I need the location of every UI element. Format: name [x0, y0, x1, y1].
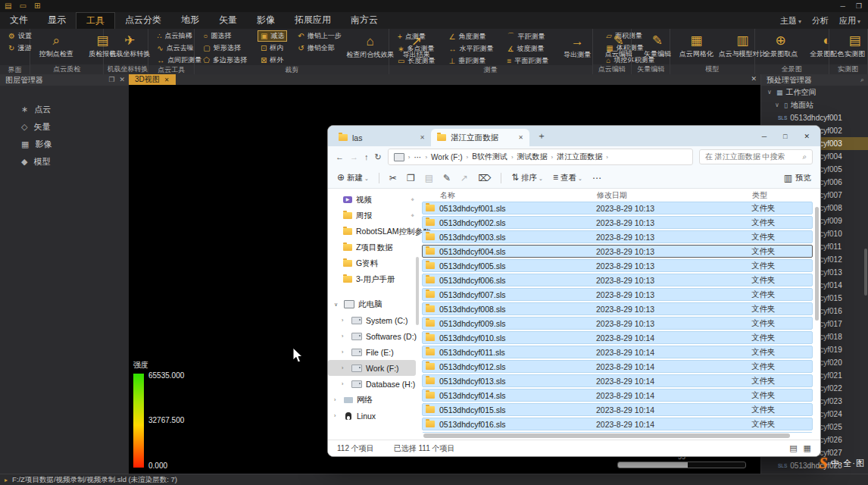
ribbon-button-多边形选择[interactable]: ⬠多边形选择 — [200, 55, 250, 66]
large-icons-view-icon[interactable]: ▦ — [804, 443, 811, 453]
open-folder-icon[interactable]: ▭ — [19, 2, 26, 10]
rename-icon[interactable]: ✎ — [443, 173, 451, 183]
menu-item-文件[interactable]: 文件 — [0, 12, 38, 29]
caret-down-icon[interactable]: ∨ — [334, 302, 340, 308]
close-tab-icon[interactable]: ✕ — [518, 134, 523, 141]
back-button[interactable]: ← — [336, 152, 344, 161]
tab-3d-view[interactable]: 3D视图 ✕ — [129, 74, 176, 85]
table-row[interactable]: 0513dhdcyf009.sls2023-8-29 10:13文件夹 — [422, 317, 813, 330]
nav-item-RobotSLAM控制参数[interactable]: RobotSLAM控制参数 — [328, 224, 419, 239]
ribbon-button-框外[interactable]: ⊠框外 — [258, 55, 287, 66]
close-tab-icon[interactable]: ✕ — [164, 77, 170, 83]
layer-item-点云[interactable]: ∗点云 — [0, 101, 129, 118]
breadcrumb-crumb[interactable]: 湛江立面数据 — [557, 152, 602, 162]
menu-right-分析[interactable]: 分析 — [812, 15, 829, 27]
column-header-类型[interactable]: 类型 — [752, 190, 813, 201]
table-row[interactable]: 0513dhdcyf004.sls2023-8-29 10:13文件夹 — [422, 245, 813, 258]
caret-right-icon[interactable]: › — [334, 413, 340, 418]
ribbon-button-平距测量[interactable]: ⌒平距测量 — [504, 30, 552, 42]
ribbon-button-水平距测量[interactable]: ↔水平距测量 — [446, 43, 497, 55]
search-input[interactable]: 在 湛江立面数据 中搜索 ⌕ — [699, 149, 813, 164]
close-strip-icon[interactable]: ✕ — [751, 75, 757, 83]
delete-icon[interactable]: ⌦ — [478, 173, 491, 183]
horizontal-scrollbar[interactable] — [423, 433, 790, 438]
nav-item-this-pc[interactable]: ∨此电脑 — [328, 296, 419, 312]
nav-item-G资料[interactable]: G资料 — [328, 255, 419, 271]
share-icon[interactable]: ↗ — [461, 173, 468, 183]
nav-item-Softwares (D:)[interactable]: ›Softwares (D:) — [328, 328, 419, 344]
nav-item-Database (H:)[interactable]: ›Database (H:) — [328, 376, 419, 392]
menu-item-矢量[interactable]: 矢量 — [209, 12, 247, 29]
ribbon-button-控制点检查[interactable]: ⌕控制点检查 — [36, 33, 76, 60]
ribbon-button-导出测量[interactable]: →导出测量 — [557, 34, 598, 61]
vertical-scrollbar[interactable] — [815, 207, 819, 321]
ribbon-button-检查闭合线效果[interactable]: ⌂检查闭合线效果 — [350, 34, 391, 61]
float-panel-icon[interactable]: ❐ — [108, 74, 114, 86]
menu-item-拓展应用[interactable]: 拓展应用 — [285, 12, 341, 29]
breadcrumb-crumb[interactable]: Work (F:) — [431, 153, 462, 161]
file-explorer-window[interactable]: las✕湛江立面数据✕ ＋ ─ □ ✕ ← → ↑ ↻ ›⋯›Work (F:)… — [327, 125, 821, 457]
new-button[interactable]: ⊕ 新建⌄ — [337, 172, 369, 183]
ribbon-button-全景图取点[interactable]: ⊕全景图取点 — [760, 33, 801, 60]
table-row[interactable]: 0513dhdcyf016.sls2023-8-29 10:14文件夹 — [422, 418, 813, 430]
breadcrumb-crumb[interactable]: B软件测试 — [472, 152, 507, 162]
preprocess-scrollbar[interactable] — [864, 249, 867, 296]
table-row[interactable]: 0513dhdcyf006.sls2023-8-29 10:13文件夹 — [422, 274, 813, 286]
column-header-名称[interactable]: 名称 — [422, 190, 597, 201]
breadcrumb[interactable]: ›⋯›Work (F:)›B软件测试›测试数据›湛江立面数据› — [388, 149, 693, 165]
ribbon-button-圆选择[interactable]: ○圆选择 — [200, 30, 250, 42]
ribbon-button-撤销上一步[interactable]: ↶撤销上一步 — [295, 30, 344, 42]
table-row[interactable]: 0513dhdcyf012.sls2023-8-29 10:14文件夹 — [422, 360, 813, 373]
table-row[interactable]: 0513dhdcyf002.sls2023-8-29 10:13文件夹 — [422, 216, 813, 229]
caret-down-icon[interactable]: ∨ — [775, 102, 781, 108]
table-row[interactable]: 0513dhdcyf015.sls2023-8-29 10:14文件夹 — [422, 403, 813, 416]
explorer-maximize-button[interactable]: □ — [783, 133, 787, 140]
table-row[interactable]: 0513dhdcyf005.sls2023-8-29 10:13文件夹 — [422, 259, 813, 272]
preview-button[interactable]: ▥ 预览 — [784, 173, 811, 183]
table-row[interactable]: 0513dhdcyf011.sls2023-8-29 10:14文件夹 — [422, 346, 813, 358]
paste-icon[interactable]: ▤ — [425, 173, 433, 183]
ribbon-button-撤销全部[interactable]: ↺撤销全部 — [295, 42, 344, 54]
caret-right-icon[interactable]: › — [342, 333, 348, 339]
caret-right-icon[interactable]: › — [342, 318, 348, 323]
menu-right-主题[interactable]: 主题▾ — [780, 15, 801, 27]
copy-icon[interactable]: ❐ — [407, 173, 415, 183]
table-row[interactable]: 0513dhdcyf003.sls2023-8-29 10:13文件夹 — [422, 230, 813, 243]
tree-node-station[interactable]: ∨▯地面站 — [761, 99, 868, 111]
refresh-button[interactable]: ↻ — [375, 152, 382, 162]
explorer-minimize-button[interactable]: ─ — [762, 133, 767, 140]
ribbon-button-实测图[interactable]: ▤实测图 — [835, 33, 868, 60]
nav-item-网络[interactable]: ›网络 — [328, 392, 419, 408]
explorer-tab-las[interactable]: las✕ — [333, 129, 431, 146]
search-icon[interactable]: ⌕ — [860, 74, 864, 86]
cut-icon[interactable]: ✂ — [389, 173, 397, 183]
table-row[interactable]: 0513dhdcyf010.sls2023-8-29 10:14文件夹 — [422, 331, 813, 344]
restore-button[interactable]: ❐ — [856, 2, 862, 10]
nav-item-File (E:)[interactable]: ›File (E:) — [328, 344, 419, 360]
ribbon-button-矩形选择[interactable]: ▢矩形选择 — [200, 42, 250, 54]
menu-item-点云分类[interactable]: 点云分类 — [115, 12, 171, 29]
tree-node-workspace[interactable]: ∨▦工作空间 — [761, 86, 868, 99]
ribbon-button-机载坐标转换[interactable]: ✈机载坐标转换 — [109, 33, 150, 60]
close-panel-icon[interactable]: ✕ — [119, 74, 125, 86]
ribbon-button-点云网格化[interactable]: ▦点云网格化 — [676, 33, 717, 60]
add-icon[interactable]: ⊞ — [34, 2, 40, 10]
menu-item-显示[interactable]: 显示 — [38, 12, 76, 29]
menu-item-工具[interactable]: 工具 — [76, 12, 115, 29]
nav-item-Linux[interactable]: ›Linux — [328, 408, 419, 424]
menu-item-南方云[interactable]: 南方云 — [341, 12, 388, 29]
up-button[interactable]: ↑ — [364, 152, 369, 161]
ribbon-button-多点测量[interactable]: ∗多点测量 — [395, 43, 438, 55]
nav-item-3-用户手册[interactable]: 3-用户手册 — [328, 271, 419, 287]
close-tab-icon[interactable]: ✕ — [420, 134, 425, 141]
more-icon[interactable]: ⋯ — [592, 173, 601, 183]
caret-right-icon[interactable]: › — [334, 397, 340, 402]
ribbon-button-角度测量[interactable]: ∠角度测量 — [446, 31, 497, 42]
nav-item-周报[interactable]: 周报⌖ — [328, 208, 419, 224]
nav-item-System (C:)[interactable]: ›System (C:) — [328, 312, 419, 328]
menu-item-地形[interactable]: 地形 — [171, 12, 209, 29]
table-row[interactable]: 0513dhdcyf013.sls2023-8-29 10:14文件夹 — [422, 374, 813, 387]
explorer-close-button[interactable]: ✕ — [804, 133, 810, 140]
ribbon-button-框内[interactable]: ⊡框内 — [258, 42, 287, 54]
breadcrumb-crumb[interactable]: 测试数据 — [517, 152, 548, 162]
